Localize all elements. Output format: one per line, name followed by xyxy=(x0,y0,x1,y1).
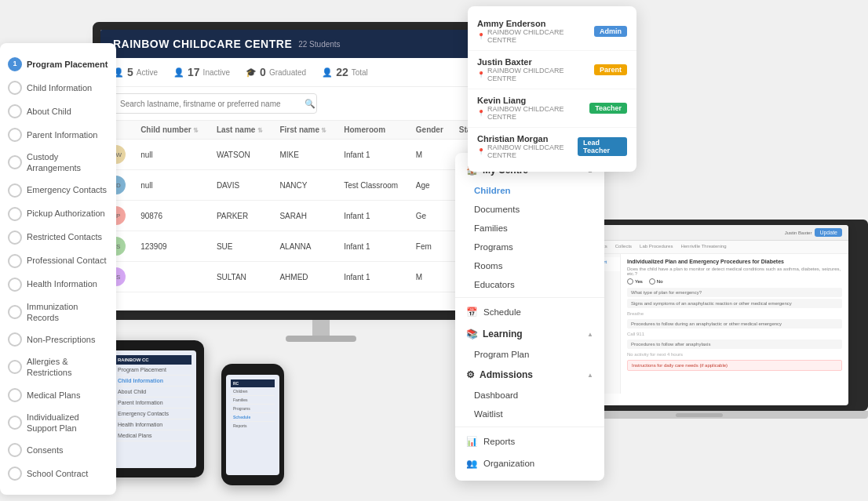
laptop-field-4[interactable]: Procedures to follow after anaphylaxis xyxy=(627,339,842,349)
sidebar-circle-2 xyxy=(8,104,22,118)
admissions-section[interactable]: ⚙ Admissions ▲ xyxy=(455,364,604,386)
table-cell: null xyxy=(134,170,210,201)
sidebar-label-9: Health Information xyxy=(27,278,97,289)
dropdown-item-rooms[interactable]: Rooms xyxy=(455,256,604,275)
table-cell: NANCY xyxy=(273,170,337,201)
sidebar-label-8: Professional Contact xyxy=(27,255,107,266)
user-name-0: Ammy Enderson xyxy=(477,19,594,28)
sidebar-item-10[interactable]: Immunization Records xyxy=(0,296,116,329)
sidebar-label-5: Emergency Contacts xyxy=(27,184,107,195)
sidebar-item-12[interactable]: Allergies & Restrictions xyxy=(0,351,116,383)
table-cell: DAVIS xyxy=(210,170,274,201)
sidebar-item-15[interactable]: Consents xyxy=(0,438,116,462)
table-header: Last name ⇅ xyxy=(210,121,274,140)
laptop-field-2[interactable]: Signs and symptoms of an anaphylactic re… xyxy=(627,299,842,308)
user-popup-item-1[interactable]: Justin Baxter📍RAINBOW CHILDCARE CENTREPa… xyxy=(468,51,636,89)
table-cell: M xyxy=(410,262,453,292)
admissions-items: DashboardWaitlist xyxy=(455,386,604,423)
sidebar-circle-10 xyxy=(8,305,22,319)
sidebar-item-14[interactable]: Individualized Support Plan xyxy=(0,407,116,439)
laptop-plan-title: Individualized Plan and Emergency Proced… xyxy=(627,259,842,264)
chevron-up-icon-learning: ▲ xyxy=(587,331,593,338)
learning-icon: 📚 xyxy=(466,329,478,339)
user-name-3: Christian Morgan xyxy=(477,134,578,143)
laptop-field-3[interactable]: Procedures to follow during an anaphylac… xyxy=(627,319,842,329)
sidebar-label-14: Individualized Support Plan xyxy=(27,412,108,434)
laptop-tab-henriville[interactable]: Henriville Threatening xyxy=(677,243,729,251)
dropdown-item-children[interactable]: Children xyxy=(455,181,604,200)
sidebar-label-0: Program Placement xyxy=(27,59,108,70)
laptop-pink-field[interactable]: Instructions for daily care needs (if ap… xyxy=(627,360,842,371)
sidebar-circle-7 xyxy=(8,231,22,245)
laptop-field-1[interactable]: What type of plan for emergency? xyxy=(627,288,842,297)
table-header: Homeroom xyxy=(337,121,410,140)
sidebar-item-1[interactable]: Child Information xyxy=(0,76,116,100)
laptop-action-btn[interactable]: Update xyxy=(815,228,842,237)
tablet-screen: RAINBOW CC Program Placement Child Infor… xyxy=(110,350,196,468)
table-cell: PARKER xyxy=(210,201,274,231)
centre-title: RAINBOW CHILDCARE CENTRE xyxy=(113,38,292,50)
sidebar-circle-9 xyxy=(8,278,22,292)
table-cell: Infant 1 xyxy=(337,231,410,262)
stat-inactive: 👤 17 Inactive xyxy=(173,66,230,78)
admissions-item-dashboard[interactable]: Dashboard xyxy=(455,386,604,405)
stat-total: 👤 22 Total xyxy=(322,66,368,78)
user-popup-item-0[interactable]: Ammy Enderson📍RAINBOW CHILDCARE CENTREAd… xyxy=(468,13,636,51)
sidebar-label-16: School Contract xyxy=(27,468,88,479)
table-cell: MIKE xyxy=(273,140,337,170)
no-radio[interactable]: No xyxy=(649,278,663,285)
learning-item-program-plan[interactable]: Program Plan xyxy=(455,345,604,364)
sidebar-circle-14 xyxy=(8,416,22,430)
sidebar-item-3[interactable]: Parent Information xyxy=(0,123,116,147)
table-cell: AHMED xyxy=(273,262,337,292)
table-header: Gender xyxy=(410,121,453,140)
sidebar-label-12: Allergies & Restrictions xyxy=(27,356,108,379)
location-icon: 📍 xyxy=(477,71,485,78)
divider1 xyxy=(455,297,604,298)
organization-item[interactable]: 👥 Organization xyxy=(455,452,604,474)
sidebar-item-8[interactable]: Professional Contact xyxy=(0,249,116,273)
sidebar-item-13[interactable]: Medical Plans xyxy=(0,383,116,407)
table-header: First name ⇅ xyxy=(273,121,337,140)
user-popup-item-2[interactable]: Kevin Liang📍RAINBOW CHILDCARE CENTRETeac… xyxy=(468,89,636,128)
laptop-tab-lab[interactable]: Lab Procedures xyxy=(636,243,676,251)
user-org-0: 📍RAINBOW CHILDCARE CENTRE xyxy=(477,28,594,44)
sidebar-item-6[interactable]: Pickup Authorization xyxy=(0,202,116,226)
table-cell: null xyxy=(134,140,210,170)
sidebar-label-1: Child Information xyxy=(27,82,92,93)
learning-section[interactable]: 📚 Learning ▲ xyxy=(455,323,604,345)
sidebar-item-4[interactable]: Custody Arrangements xyxy=(0,147,116,179)
sidebar-circle-12 xyxy=(8,360,22,374)
search-input[interactable] xyxy=(113,93,317,114)
stat-graduated: 🎓 0 Graduated xyxy=(246,66,306,78)
sidebar-item-16[interactable]: School Contract xyxy=(0,462,116,485)
sidebar-item-0[interactable]: 1Program Placement xyxy=(0,53,116,76)
laptop-after-text: No activity for next 4 hours xyxy=(627,350,842,358)
user-name-2: Kevin Liang xyxy=(477,96,589,105)
reports-item[interactable]: 📊 Reports xyxy=(455,430,604,452)
sidebar-item-2[interactable]: About Child xyxy=(0,100,116,123)
user-name-1: Justin Baxter xyxy=(477,57,594,67)
schedule-item[interactable]: 📅 Schedule xyxy=(455,301,604,323)
divider2 xyxy=(455,427,604,427)
schedule-icon: 📅 xyxy=(466,307,477,318)
nav-dropdown: 🏠 My Centre ▲ ChildrenDocumentsFamiliesP… xyxy=(455,153,604,481)
dropdown-item-documents[interactable]: Documents xyxy=(455,200,604,219)
table-cell: SULTAN xyxy=(210,262,274,292)
sidebar-item-9[interactable]: Health Information xyxy=(0,273,116,296)
admissions-item-waitlist[interactable]: Waitlist xyxy=(455,405,604,423)
monitor-base xyxy=(286,336,356,342)
sidebar-item-5[interactable]: Emergency Contacts xyxy=(0,179,116,202)
yes-radio[interactable]: Yes xyxy=(627,278,643,285)
students-count: 22 Students xyxy=(298,40,340,49)
user-popup-item-3[interactable]: Christian Morgan📍RAINBOW CHILDCARE CENTR… xyxy=(468,128,636,165)
laptop-tab-collects[interactable]: Collects xyxy=(612,243,635,251)
sidebar-item-7[interactable]: Restricted Contacts xyxy=(0,226,116,249)
monitor-neck xyxy=(312,320,330,336)
table-cell: M xyxy=(410,140,453,170)
sidebar-item-11[interactable]: Non-Prescriptions xyxy=(0,328,116,351)
table-header: Child number ⇅ xyxy=(134,121,210,140)
dropdown-item-families[interactable]: Families xyxy=(455,219,604,238)
dropdown-item-educators[interactable]: Educators xyxy=(455,275,604,294)
dropdown-item-programs[interactable]: Programs xyxy=(455,238,604,256)
